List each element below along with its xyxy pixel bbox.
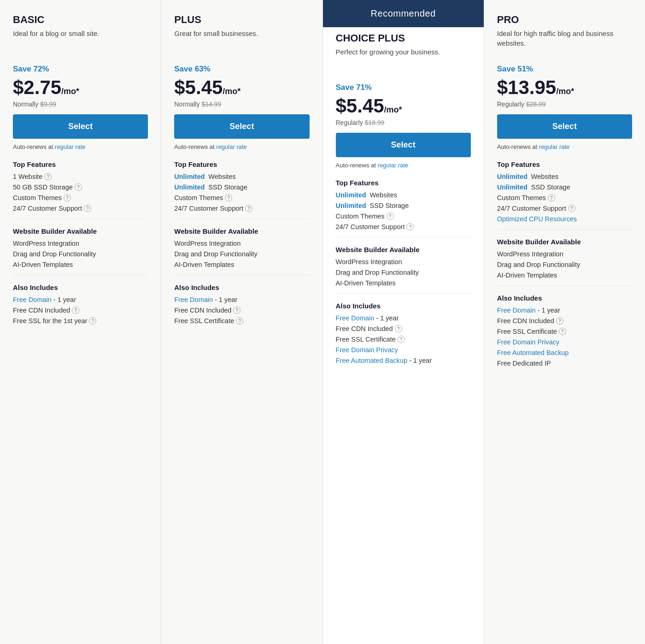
top-feature-choice-plus-3: 24/7 Customer Support ?: [336, 223, 471, 230]
info-icon[interactable]: ?: [559, 328, 566, 335]
top-feature-pro-1: Unlimited SSD Storage: [497, 183, 632, 191]
plan-desc-pro: Ideal for high traffic blog and business…: [497, 29, 632, 54]
auto-renew-plus: Auto-renews at regular rate: [174, 143, 309, 150]
save-label-choice-plus: Save 71%: [336, 83, 471, 92]
info-icon[interactable]: ?: [387, 213, 394, 220]
feature-highlight: Unlimited: [497, 173, 528, 180]
builder-title-pro: Website Builder Available: [497, 238, 632, 246]
top-features-title-pro: Top Features: [497, 160, 632, 168]
also-feature-pro-2: Free SSL Certificate ?: [497, 328, 632, 335]
top-feature-plus-1: Unlimited SSD Storage: [174, 183, 309, 191]
also-feature-choice-plus-2: Free SSL Certificate ?: [336, 336, 471, 343]
builder-title-basic: Website Builder Available: [13, 227, 148, 235]
builder-feature-pro-1: Drag and Drop Functionality: [497, 261, 632, 268]
select-button-pro[interactable]: Select: [497, 114, 632, 139]
also-feature-pro-0: Free Domain - 1 year: [497, 307, 632, 314]
builder-feature-plus-0: WordPress Integration: [174, 240, 309, 247]
regular-rate-link-pro[interactable]: regular rate: [539, 143, 569, 150]
top-feature-pro-2: Custom Themes ?: [497, 194, 632, 201]
also-link-choice-plus-4[interactable]: Free Automated Backup: [336, 357, 408, 364]
top-feature-pro-0: Unlimited Websites: [497, 173, 632, 180]
top-feature-basic-1: 50 GB SSD Storage ?: [13, 183, 148, 191]
also-feature-basic-0: Free Domain - 1 year: [13, 296, 148, 303]
also-feature-pro-5: Free Dedicated IP: [497, 360, 632, 367]
info-icon[interactable]: ?: [395, 325, 402, 332]
info-icon[interactable]: ?: [406, 223, 414, 230]
plan-desc-basic: Ideal for a blog or small site.: [13, 29, 148, 54]
info-icon[interactable]: ?: [89, 317, 96, 325]
top-features-title-choice-plus: Top Features: [336, 179, 471, 187]
regular-rate-link-choice-plus[interactable]: regular rate: [378, 162, 408, 169]
price-suffix-choice-plus: /mo*: [384, 105, 402, 115]
top-feature-choice-plus-1: Unlimited SSD Storage: [336, 202, 471, 209]
plan-desc-plus: Great for small businesses.: [174, 29, 309, 54]
feature-highlight: Unlimited: [497, 183, 528, 191]
info-icon[interactable]: ?: [556, 317, 563, 325]
feature-link-pro-4[interactable]: Optimized CPU Resources: [497, 215, 577, 223]
also-link-basic-0[interactable]: Free Domain: [13, 296, 52, 303]
info-icon[interactable]: ?: [245, 205, 252, 212]
info-icon[interactable]: ?: [44, 173, 52, 180]
feature-highlight: Unlimited: [174, 173, 205, 180]
top-feature-pro-4: Optimized CPU Resources: [497, 215, 632, 223]
select-button-plus[interactable]: Select: [174, 114, 309, 139]
normal-price-plus: Normally $14.99: [174, 100, 309, 108]
also-feature-plus-0: Free Domain - 1 year: [174, 296, 309, 303]
also-title-basic: Also Includes: [13, 284, 148, 291]
top-feature-choice-plus-0: Unlimited Websites: [336, 191, 471, 199]
builder-feature-choice-plus-2: AI-Driven Templates: [336, 279, 471, 287]
pricing-table: BASICIdeal for a blog or small site.Save…: [0, 0, 645, 644]
builder-feature-basic-0: WordPress Integration: [13, 240, 148, 247]
top-feature-plus-3: 24/7 Customer Support ?: [174, 205, 309, 212]
builder-title-choice-plus: Website Builder Available: [336, 246, 471, 254]
builder-feature-pro-2: AI-Driven Templates: [497, 272, 632, 279]
builder-feature-choice-plus-0: WordPress Integration: [336, 258, 471, 266]
plan-col-plus: PLUSGreat for small businesses.Save 63%$…: [161, 0, 322, 644]
top-feature-plus-2: Custom Themes ?: [174, 194, 309, 201]
save-label-plus: Save 63%: [174, 65, 309, 74]
plan-desc-choice-plus: Perfect for growing your business.: [336, 47, 471, 73]
also-link-pro-3[interactable]: Free Domain Privacy: [497, 338, 559, 346]
top-feature-plus-0: Unlimited Websites: [174, 173, 309, 180]
info-icon[interactable]: ?: [84, 205, 91, 212]
info-icon[interactable]: ?: [72, 307, 79, 314]
info-icon[interactable]: ?: [548, 194, 555, 201]
auto-renew-basic: Auto-renews at regular rate: [13, 143, 148, 150]
normal-price-choice-plus: Regularly $18.99: [336, 119, 471, 126]
feature-highlight: Unlimited: [174, 183, 205, 191]
recommended-badge: Recommended: [323, 0, 484, 27]
info-icon[interactable]: ?: [64, 194, 71, 201]
also-feature-plus-2: Free SSL Certificate ?: [174, 317, 309, 325]
info-icon[interactable]: ?: [398, 336, 405, 343]
also-feature-choice-plus-0: Free Domain - 1 year: [336, 314, 471, 322]
price-basic: $2.75: [13, 77, 61, 99]
regular-rate-link-plus[interactable]: regular rate: [216, 143, 246, 150]
info-icon[interactable]: ?: [225, 194, 232, 201]
normal-price-pro: Regularly $28.99: [497, 100, 632, 108]
also-link-plus-0[interactable]: Free Domain: [174, 296, 213, 303]
also-link-choice-plus-3[interactable]: Free Domain Privacy: [336, 346, 398, 354]
plan-col-pro: PROIdeal for high traffic blog and busin…: [484, 0, 645, 644]
select-button-basic[interactable]: Select: [13, 114, 148, 139]
feature-highlight: Unlimited: [336, 202, 366, 209]
plan-name-basic: BASIC: [13, 14, 148, 26]
also-title-plus: Also Includes: [174, 284, 309, 291]
builder-feature-plus-2: AI-Driven Templates: [174, 261, 309, 268]
plan-col-basic: BASICIdeal for a blog or small site.Save…: [0, 0, 161, 644]
also-link-choice-plus-0[interactable]: Free Domain: [336, 314, 375, 322]
info-icon[interactable]: ?: [75, 183, 82, 191]
also-link-pro-4[interactable]: Free Automated Backup: [497, 349, 569, 356]
info-icon[interactable]: ?: [568, 205, 575, 212]
also-link-pro-0[interactable]: Free Domain: [497, 307, 536, 314]
builder-feature-plus-1: Drag and Drop Functionality: [174, 250, 309, 258]
also-feature-choice-plus-4: Free Automated Backup - 1 year: [336, 357, 471, 364]
feature-highlight: Unlimited: [336, 191, 366, 199]
select-button-choice-plus[interactable]: Select: [336, 133, 471, 157]
also-feature-basic-2: Free SSL for the 1st year ?: [13, 317, 148, 325]
info-icon[interactable]: ?: [236, 317, 243, 325]
plan-name-plus: PLUS: [174, 14, 309, 26]
info-icon[interactable]: ?: [233, 307, 240, 314]
top-feature-choice-plus-2: Custom Themes ?: [336, 213, 471, 220]
also-title-choice-plus: Also Includes: [336, 302, 471, 310]
regular-rate-link-basic[interactable]: regular rate: [55, 143, 85, 150]
